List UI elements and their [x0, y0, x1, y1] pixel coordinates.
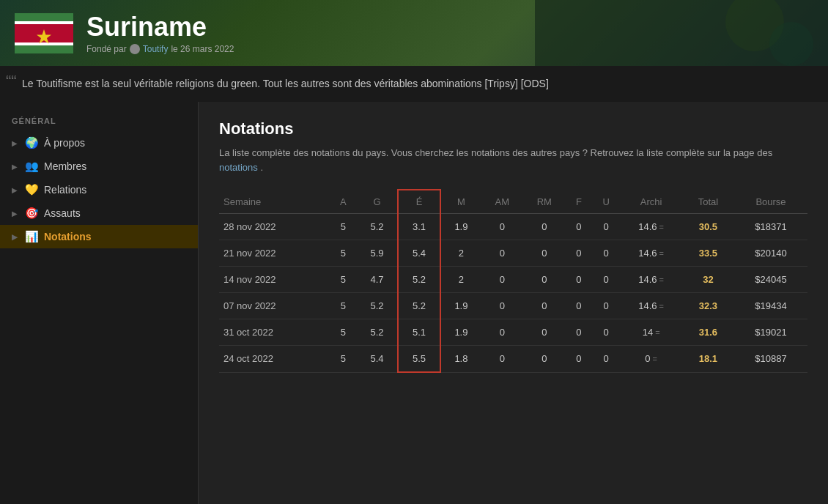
notations-link[interactable]: notations [219, 162, 258, 173]
founder-icon [130, 44, 140, 54]
cell-total: 30.5 [682, 214, 734, 240]
col-f-header: F [566, 190, 592, 214]
cell-u: 0 [592, 240, 621, 267]
col-m-header: M [440, 190, 481, 214]
cell-e: 5.1 [398, 319, 440, 346]
cell-bourse: $18371 [734, 214, 807, 240]
cell-am: 0 [481, 267, 523, 293]
table-row: 28 nov 202255.23.11.9000014.6 =30.5$1837… [219, 214, 807, 240]
cell-a: 5 [330, 214, 357, 240]
cell-m: 1.9 [440, 214, 481, 240]
cell-u: 0 [592, 293, 621, 319]
cell-f: 0 [566, 240, 592, 267]
sidebar-label-assauts: Assauts [44, 207, 81, 219]
cell-m: 1.9 [440, 319, 481, 346]
relations-icon: 💛 [25, 183, 38, 196]
cell-e: 5.4 [398, 240, 440, 267]
table-row: 14 nov 202254.75.22000014.6 =32$24045 [219, 267, 807, 293]
content-description: La liste complète des notations du pays.… [219, 146, 807, 174]
sidebar: GÉNÉRAL ▶ 🌍 À propos ▶ 👥 Membres ▶ 💛 Rel… [0, 102, 198, 504]
header-banner: Suriname Fondé par Toutify le 26 mars 20… [0, 0, 828, 66]
cell-am: 0 [481, 319, 523, 346]
col-a-header: A [330, 190, 357, 214]
table-row: 07 nov 202255.25.21.9000014.6 =32.3$1943… [219, 293, 807, 319]
founder-link[interactable]: Toutify [143, 44, 169, 54]
cell-u: 0 [592, 267, 621, 293]
cell-g: 5.9 [357, 240, 398, 267]
quote-bar: Le Toutifisme est la seul véritable reli… [0, 66, 828, 102]
cell-g: 5.2 [357, 319, 398, 346]
sidebar-section-title: GÉNÉRAL [0, 114, 198, 131]
cell-a: 5 [330, 346, 357, 373]
col-g-header: G [357, 190, 398, 214]
cell-g: 5.2 [357, 214, 398, 240]
cell-bourse: $19021 [734, 319, 807, 346]
cell-am: 0 [481, 214, 523, 240]
sidebar-label-membres: Membres [44, 160, 86, 172]
cell-f: 0 [566, 346, 592, 373]
cell-f: 0 [566, 319, 592, 346]
country-flag [15, 13, 73, 53]
cell-semaine: 31 oct 2022 [219, 319, 330, 346]
cell-g: 5.4 [357, 346, 398, 373]
cell-bourse: $10887 [734, 346, 807, 373]
cell-archi: 14.6 = [620, 214, 681, 240]
col-archi-header: Archi [620, 190, 681, 214]
svg-rect-1 [15, 21, 73, 24]
cell-bourse: $20140 [734, 240, 807, 267]
cell-am: 0 [481, 293, 523, 319]
col-bourse-header: Bourse [734, 190, 807, 214]
content-title: Notations [219, 119, 807, 138]
desc-end: . [260, 162, 263, 173]
col-am-header: AM [481, 190, 523, 214]
table-header-row: Semaine A G É M AM RM F U Archi Total Bo… [219, 190, 807, 214]
cell-semaine: 24 oct 2022 [219, 346, 330, 373]
cell-total: 32 [682, 267, 734, 293]
arrow-icon: ▶ [12, 210, 18, 218]
header-subtitle: Fondé par Toutify le 26 mars 2022 [86, 44, 234, 54]
svg-rect-3 [15, 42, 73, 45]
sidebar-item-membres[interactable]: ▶ 👥 Membres [0, 155, 198, 178]
cell-archi: 14.6 = [620, 267, 681, 293]
content-area: Notations La liste complète des notation… [198, 102, 828, 504]
page-title: Suriname [86, 12, 234, 42]
arrow-icon: ▶ [12, 186, 18, 194]
col-semaine-header: Semaine [219, 190, 330, 214]
cell-rm: 0 [523, 240, 566, 267]
a-propos-icon: 🌍 [25, 136, 38, 149]
sidebar-label-notations: Notations [44, 231, 92, 242]
table-row: 24 oct 202255.45.51.800000 =18.1$10887 [219, 346, 807, 373]
cell-u: 0 [592, 319, 621, 346]
cell-am: 0 [481, 346, 523, 373]
cell-u: 0 [592, 214, 621, 240]
sidebar-item-assauts[interactable]: ▶ 🎯 Assauts [0, 201, 198, 225]
cell-total: 31.6 [682, 319, 734, 346]
cell-total: 32.3 [682, 293, 734, 319]
cell-m: 2 [440, 240, 481, 267]
sidebar-item-a-propos[interactable]: ▶ 🌍 À propos [0, 131, 198, 155]
table-row: 31 oct 202255.25.11.9000014 =31.6$19021 [219, 319, 807, 346]
arrow-icon: ▶ [12, 163, 18, 171]
cell-semaine: 21 nov 2022 [219, 240, 330, 267]
col-total-header: Total [682, 190, 734, 214]
cell-e: 3.1 [398, 214, 440, 240]
cell-m: 2 [440, 267, 481, 293]
header-text: Suriname Fondé par Toutify le 26 mars 20… [86, 12, 234, 54]
cell-archi: 0 = [620, 346, 681, 373]
cell-f: 0 [566, 293, 592, 319]
cell-archi: 14.6 = [620, 293, 681, 319]
cell-bourse: $19434 [734, 293, 807, 319]
col-e-header: É [398, 190, 440, 214]
founded-label: Fondé par [86, 44, 127, 54]
founded-date: le 26 mars 2022 [171, 44, 234, 54]
cell-archi: 14.6 = [620, 240, 681, 267]
table-row: 21 nov 202255.95.42000014.6 =33.5$20140 [219, 240, 807, 267]
sidebar-item-notations[interactable]: ▶ 📊 Notations [0, 225, 198, 248]
main-layout: GÉNÉRAL ▶ 🌍 À propos ▶ 👥 Membres ▶ 💛 Rel… [0, 102, 828, 504]
sidebar-item-relations[interactable]: ▶ 💛 Relations [0, 178, 198, 201]
arrow-icon: ▶ [12, 139, 18, 147]
cell-rm: 0 [523, 346, 566, 373]
sidebar-label-a-propos: À propos [44, 137, 85, 149]
cell-rm: 0 [523, 214, 566, 240]
notations-table: Semaine A G É M AM RM F U Archi Total Bo… [219, 189, 807, 373]
